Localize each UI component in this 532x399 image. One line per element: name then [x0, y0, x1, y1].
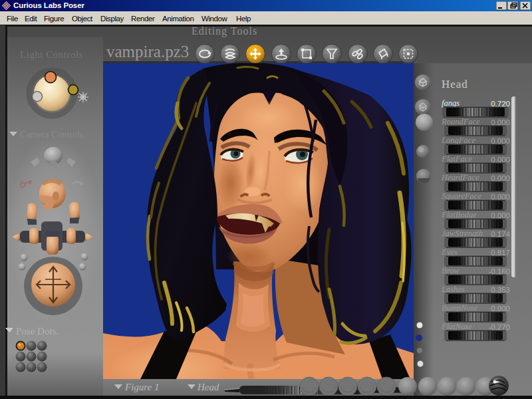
svg-text:Eyes: Eyes — [441, 247, 458, 257]
svg-text:Lashes: Lashes — [441, 285, 465, 294]
svg-text:BumpNose: BumpNose — [442, 303, 478, 313]
svg-text:Pose Dots.: Pose Dots. — [16, 326, 59, 336]
svg-text:fangs: fangs — [442, 98, 460, 108]
svg-text:RoundFace: RoundFace — [441, 117, 480, 126]
svg-text:FlatBodge: FlatBodge — [441, 210, 477, 219]
svg-text:HeardFace: HeardFace — [441, 173, 479, 182]
svg-text:FlatFace: FlatFace — [441, 154, 472, 164]
svg-text:LongFace: LongFace — [441, 136, 475, 145]
svg-text:Figure 1: Figure 1 — [124, 382, 160, 392]
svg-text:SquareFace: SquareFace — [442, 192, 481, 201]
svg-text:Brow: Brow — [442, 266, 460, 275]
svg-text:FlatNose: FlatNose — [441, 322, 472, 331]
svg-text:Head: Head — [442, 78, 468, 90]
svg-text:Head: Head — [197, 382, 219, 392]
svg-text:JawStrength: JawStrength — [442, 229, 483, 238]
